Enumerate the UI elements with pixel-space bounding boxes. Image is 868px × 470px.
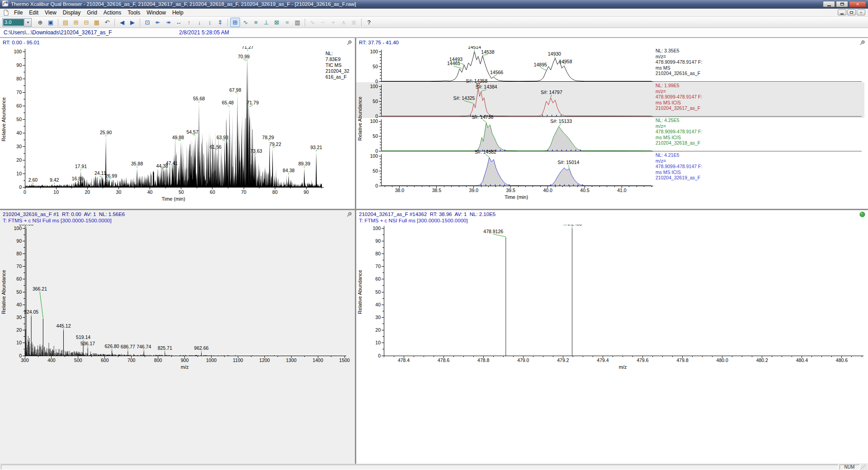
svg-text:600: 600 bbox=[101, 357, 109, 363]
zoom-in-x-button[interactable]: ↠ bbox=[163, 18, 173, 27]
svg-text:210204_32617_as_F: 210204_32617_as_F bbox=[656, 105, 700, 111]
autoscale-y-button[interactable]: ⇕ bbox=[215, 18, 225, 27]
svg-text:2.60: 2.60 bbox=[28, 177, 38, 183]
peak-label-options-button[interactable]: ≡ bbox=[251, 18, 261, 27]
svg-text:686.77: 686.77 bbox=[121, 344, 135, 349]
svg-text:ms MS: ms MS bbox=[656, 65, 670, 70]
xic-trace-line bbox=[381, 52, 651, 81]
menu-grid[interactable]: Grid bbox=[84, 9, 100, 16]
axis-options-button[interactable]: ⊥ bbox=[261, 18, 271, 27]
scan-mark bbox=[481, 184, 481, 186]
menu-view[interactable]: View bbox=[42, 9, 60, 16]
document-icon[interactable] bbox=[3, 9, 9, 16]
menu-window[interactable]: Window bbox=[143, 9, 169, 16]
resize-grip[interactable] bbox=[861, 465, 867, 470]
full-spectrum-header: 210204_32616_as_F #1 RT: 0.00 AV: 1 NL: … bbox=[0, 210, 355, 225]
peak-callout-line bbox=[235, 93, 237, 94]
svg-text:100: 100 bbox=[14, 49, 22, 54]
pin-icon[interactable] bbox=[346, 40, 352, 46]
svg-text:90: 90 bbox=[304, 189, 309, 195]
svg-text:14538: 14538 bbox=[481, 49, 494, 55]
menu-help[interactable]: Help bbox=[169, 9, 187, 16]
full-spectrum-cell[interactable]: 210204_32616_as_F #1 RT: 0.00 AV: 1 NL: … bbox=[0, 210, 355, 464]
next-range-button[interactable]: ▶ bbox=[127, 18, 137, 27]
reset-y-range-button[interactable]: ↕ bbox=[205, 18, 215, 27]
mass-tolerance-dropdown[interactable]: 3.0 ▼ bbox=[2, 18, 32, 27]
svg-text:40: 40 bbox=[16, 302, 22, 307]
undo-button[interactable]: ↶ bbox=[102, 18, 112, 27]
child-close-button[interactable]: × bbox=[857, 9, 865, 15]
apply-default-layout-button[interactable]: ⊟ bbox=[81, 18, 91, 27]
tic-peak bbox=[288, 175, 289, 187]
zoom-spectrum-header: 210204_32617_as_F #14362 RT: 38.96 AV: 1… bbox=[356, 210, 868, 225]
previous-range-button[interactable]: ◀ bbox=[117, 18, 127, 27]
help-button[interactable]: ? bbox=[364, 18, 374, 27]
child-restore-button[interactable] bbox=[847, 9, 856, 15]
child-minimize-button[interactable] bbox=[838, 9, 846, 15]
zoom-spectrum-chart[interactable]: 0102030405060708090100478.4478.6478.8479… bbox=[356, 225, 867, 375]
svg-text:962.66: 962.66 bbox=[194, 345, 208, 351]
zoom-out-x-button[interactable]: ↞ bbox=[153, 18, 163, 27]
menu-display[interactable]: Display bbox=[60, 9, 84, 16]
pin-icon[interactable] bbox=[859, 40, 865, 46]
menu-tools[interactable]: Tools bbox=[124, 9, 143, 16]
svg-text:54.57: 54.57 bbox=[187, 129, 198, 135]
svg-text:366.21: 366.21 bbox=[33, 286, 47, 291]
menu-file[interactable]: File bbox=[11, 9, 26, 16]
svg-text:700: 700 bbox=[127, 357, 136, 363]
zoom-mode-button[interactable]: ⊞ bbox=[230, 18, 240, 27]
xic-stack-cell[interactable]: RT: 37.75 - 41.40 0501001451414538144931… bbox=[356, 38, 868, 209]
scan-mark bbox=[500, 150, 501, 151]
menu-actions[interactable]: Actions bbox=[100, 9, 124, 16]
menu-edit[interactable]: Edit bbox=[26, 9, 42, 16]
svg-text:70.99: 70.99 bbox=[238, 54, 250, 59]
open-sequence-button[interactable]: ⊞ bbox=[71, 18, 81, 27]
close-button[interactable]: × bbox=[849, 1, 866, 7]
annotate-tool-button[interactable]: ▣ bbox=[46, 18, 56, 27]
cell-layout-button[interactable]: ▥ bbox=[292, 18, 302, 27]
xic-trace-3: 050100S#: 14736S#: 15133NL: 4.25E5m/z=47… bbox=[370, 114, 702, 154]
spectrum-normalize-button[interactable]: ∿ bbox=[241, 18, 250, 27]
minimize-button[interactable] bbox=[823, 1, 835, 7]
xic-trace-4: 050100S#: 14582S#: 15014NL: 4.21E5m/z=47… bbox=[370, 149, 702, 188]
maximize-button[interactable] bbox=[836, 1, 848, 7]
scan-mark bbox=[561, 115, 561, 116]
zoom-cursor-tool-button[interactable]: ⊕ bbox=[35, 18, 45, 27]
reset-x-range-button[interactable]: ↔ bbox=[174, 18, 184, 27]
svg-text:17.91: 17.91 bbox=[75, 164, 87, 169]
peak-callout-line bbox=[216, 150, 217, 150]
save-layout-button[interactable]: ▦ bbox=[92, 18, 102, 27]
svg-text:478.4: 478.4 bbox=[398, 357, 410, 363]
tic-axes bbox=[23, 49, 324, 189]
shift-up-button[interactable]: ↑ bbox=[184, 18, 194, 27]
tic-peak bbox=[272, 148, 273, 187]
tic-chromatogram-cell[interactable]: RT: 0.00 - 95.01 01020304050607080901000… bbox=[0, 38, 355, 209]
svg-text:40.5: 40.5 bbox=[580, 188, 590, 193]
svg-text:0: 0 bbox=[375, 183, 378, 188]
xic-stack-chart[interactable]: 0501001451414538144931446114566148951493… bbox=[356, 46, 867, 207]
svg-text:67.98: 67.98 bbox=[229, 87, 241, 93]
spectrum-axes bbox=[23, 226, 346, 358]
display-full-range-button[interactable]: ⊡ bbox=[142, 18, 152, 27]
grid-toggle-button[interactable]: ⊠ bbox=[272, 18, 282, 27]
status-bar: NUM bbox=[0, 464, 868, 470]
svg-text:100: 100 bbox=[373, 226, 381, 231]
svg-text:Time (min): Time (min) bbox=[161, 196, 185, 202]
trace-style-button[interactable]: ≈ bbox=[282, 18, 292, 27]
active-cell-icon[interactable] bbox=[859, 212, 865, 219]
full-spectrum-scan-info: 210204_32616_as_F #1 RT: 0.00 AV: 1 NL: … bbox=[3, 211, 352, 217]
zoom-spectrum-cell[interactable]: 210204_32617_as_F #14362 RT: 38.96 AV: 1… bbox=[356, 210, 868, 464]
pin-icon[interactable] bbox=[346, 212, 352, 219]
full-spectrum-chart[interactable]: 0102030405060708090100300400500600700800… bbox=[0, 225, 355, 375]
tic-chromatogram-chart[interactable]: 0102030405060708090100010203040506070809… bbox=[0, 46, 355, 207]
shift-down-button[interactable]: ↓ bbox=[194, 18, 204, 27]
svg-text:40: 40 bbox=[16, 130, 22, 136]
open-file-button[interactable]: ▤ bbox=[61, 18, 71, 27]
dropdown-arrow-icon[interactable]: ▼ bbox=[24, 19, 31, 26]
svg-text:479.4: 479.4 bbox=[597, 357, 609, 363]
svg-text:89.39: 89.39 bbox=[298, 161, 310, 166]
svg-text:478.9126: 478.9126 bbox=[483, 229, 503, 234]
title-bar: Thermo Xcalibur Qual Browser - 210204_32… bbox=[0, 0, 868, 9]
svg-text:14461: 14461 bbox=[447, 61, 460, 66]
num-lock-indicator: NUM bbox=[840, 465, 859, 470]
